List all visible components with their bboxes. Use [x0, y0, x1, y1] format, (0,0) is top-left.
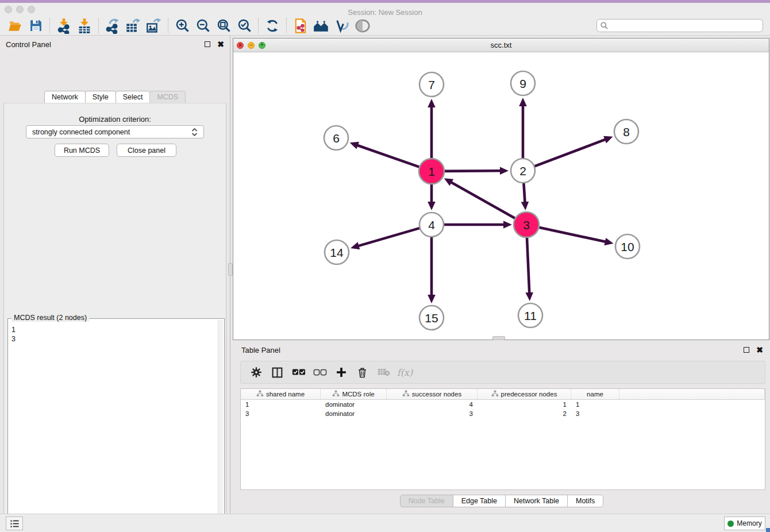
- toolbar-separator: [168, 18, 168, 33]
- style-brush-icon[interactable]: [332, 17, 352, 34]
- table-cell[interactable]: 1: [241, 401, 321, 408]
- zoom-in-icon[interactable]: [172, 17, 192, 34]
- tab-motifs[interactable]: Motifs: [567, 495, 603, 507]
- tab-edge-table[interactable]: Edge Table: [453, 495, 506, 507]
- show-columns-icon[interactable]: [288, 363, 309, 381]
- optimization-criterion-label: Optimization criterion:: [4, 115, 226, 124]
- import-table-icon[interactable]: [74, 17, 95, 34]
- memory-label: Memory: [737, 519, 761, 527]
- column-header-label: predecessor nodes: [501, 391, 557, 398]
- table-cell[interactable]: 3: [387, 410, 478, 417]
- arrowhead-icon: [525, 292, 533, 301]
- add-column-icon[interactable]: [330, 363, 352, 381]
- node-table: shared nameMCDS rolesuccessor nodesprede…: [240, 388, 765, 490]
- network-window-titlebar[interactable]: x – + scc.txt: [233, 38, 769, 52]
- edge-1-6[interactable]: [357, 145, 420, 168]
- delete-column-icon[interactable]: [352, 363, 373, 381]
- export-image-icon[interactable]: [144, 17, 164, 34]
- refresh-layout-icon[interactable]: [262, 17, 283, 34]
- tree-column-icon: [402, 390, 410, 398]
- canvas-splitter-handle[interactable]: [492, 336, 505, 340]
- table-cell[interactable]: dominator: [321, 401, 387, 408]
- hide-columns-icon[interactable]: [309, 363, 330, 381]
- control-panel-header: Control Panel ✖: [0, 36, 230, 53]
- column-header-name[interactable]: name: [571, 389, 619, 399]
- toolbar-separator: [286, 18, 287, 33]
- optimization-criterion-select[interactable]: strongly connected component: [26, 125, 204, 138]
- node-table-header: shared nameMCDS rolesuccessor nodesprede…: [241, 389, 765, 400]
- tab-mcds[interactable]: MCDS: [149, 91, 186, 103]
- table-cell[interactable]: 2: [478, 410, 571, 417]
- eye-icon[interactable]: [352, 17, 373, 34]
- edge-4-14[interactable]: [357, 228, 419, 246]
- table-cell[interactable]: 1: [478, 401, 571, 408]
- network-view-window: x – + scc.txt 7968124314101511: [233, 38, 769, 340]
- close-panel-icon[interactable]: ✖: [217, 41, 224, 47]
- mcds-result-text[interactable]: 1 3: [9, 324, 217, 532]
- save-icon[interactable]: [25, 17, 46, 34]
- table-cell[interactable]: 3: [571, 410, 619, 417]
- arrowhead-icon: [500, 167, 509, 175]
- table-cell[interactable]: dominator: [321, 410, 387, 417]
- mcds-result-group: MCDS result (2 nodes) 1 3: [7, 318, 225, 532]
- graph-node-label: 1: [428, 165, 435, 178]
- float-table-panel-icon[interactable]: [744, 347, 749, 353]
- table-cell[interactable]: 3: [241, 410, 321, 417]
- table-row[interactable]: 3dominator323: [241, 409, 765, 418]
- gear-icon[interactable]: [245, 363, 267, 381]
- tree-column-icon: [332, 390, 340, 398]
- run-mcds-button[interactable]: Run MCDS: [55, 144, 109, 157]
- column-header-shared-name[interactable]: shared name: [241, 389, 321, 399]
- column-header-successor-nodes[interactable]: successor nodes: [387, 389, 478, 399]
- result-scrollbar[interactable]: [218, 320, 223, 532]
- column-header-predecessor-nodes[interactable]: predecessor nodes: [478, 389, 571, 399]
- network-file-icon[interactable]: [290, 17, 311, 34]
- status-bar: Memory: [0, 514, 770, 532]
- edge-3-10[interactable]: [538, 227, 606, 242]
- tab-network-table[interactable]: Network Table: [505, 495, 568, 507]
- delete-table-icon[interactable]: [373, 363, 394, 381]
- network-canvas[interactable]: 7968124314101511: [233, 52, 769, 340]
- open-folder-icon[interactable]: [5, 17, 25, 34]
- task-history-button[interactable]: [6, 516, 23, 530]
- zoom-out-icon[interactable]: [192, 17, 213, 34]
- export-table-icon[interactable]: [123, 17, 144, 34]
- panel-splitter-handle[interactable]: [228, 263, 233, 276]
- arrowhead-icon: [604, 238, 613, 245]
- edge-2-8[interactable]: [534, 139, 606, 166]
- edge-3-1[interactable]: [451, 182, 516, 219]
- zoom-selected-icon[interactable]: [234, 17, 255, 34]
- arrowhead-icon: [428, 295, 436, 303]
- arrowhead-icon: [351, 242, 360, 249]
- tab-node-table[interactable]: Node Table: [400, 495, 453, 507]
- function-builder-icon[interactable]: f(x): [394, 363, 415, 381]
- arrowhead-icon: [521, 202, 529, 210]
- close-panel-button[interactable]: Close panel: [117, 144, 176, 157]
- edge-3-11[interactable]: [527, 237, 529, 294]
- table-row[interactable]: 1dominator411: [241, 400, 765, 409]
- graph-node-label: 4: [428, 218, 435, 232]
- graph-node-label: 11: [524, 309, 537, 322]
- memory-button[interactable]: Memory: [724, 516, 765, 530]
- tab-style[interactable]: Style: [85, 91, 116, 103]
- network-graph[interactable]: 7968124314101511: [233, 52, 769, 340]
- search-input[interactable]: [596, 19, 763, 32]
- table-cell[interactable]: 1: [571, 401, 619, 408]
- table-cell[interactable]: 4: [387, 401, 478, 408]
- zoom-fit-icon[interactable]: [213, 17, 234, 34]
- import-network-icon[interactable]: [53, 17, 74, 34]
- close-table-panel-icon[interactable]: ✖: [756, 347, 763, 353]
- memory-status-icon: [727, 521, 734, 527]
- list-icon: [10, 519, 20, 528]
- float-panel-icon[interactable]: [205, 41, 210, 47]
- home-icon[interactable]: [311, 17, 332, 34]
- export-network-icon[interactable]: [102, 17, 123, 34]
- tab-network[interactable]: Network: [44, 91, 86, 103]
- resize-grip[interactable]: [766, 528, 770, 532]
- edge-2-3[interactable]: [523, 183, 525, 203]
- column-header-MCDS-role[interactable]: MCDS role: [321, 389, 387, 399]
- tab-select[interactable]: Select: [116, 91, 151, 103]
- column-layout-icon[interactable]: [267, 363, 288, 381]
- search-box[interactable]: [596, 19, 763, 32]
- edge-1-2[interactable]: [444, 171, 501, 171]
